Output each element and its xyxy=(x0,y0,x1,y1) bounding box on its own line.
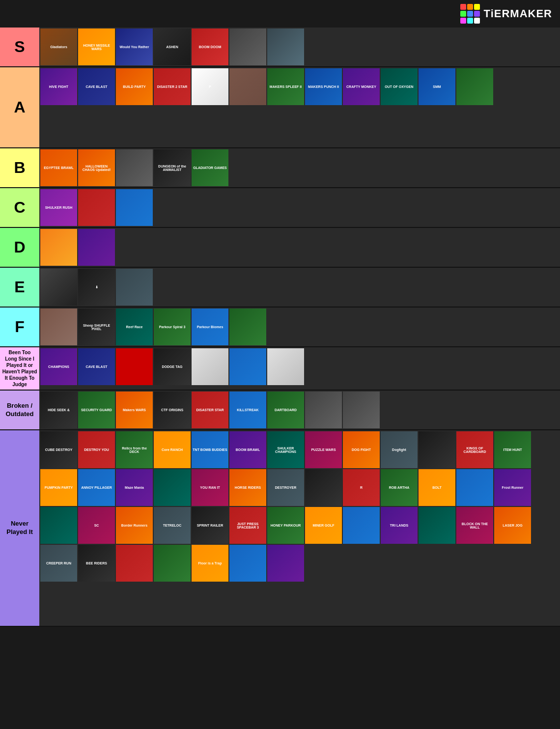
game-tile-np-destroyer[interactable]: DESTROYER xyxy=(267,469,304,506)
game-tile-gladiators[interactable]: Gladiators xyxy=(40,28,77,65)
game-tile-np-cube-destroy[interactable]: CUBE DESTROY xyxy=(40,431,77,468)
game-tile-np-robot[interactable] xyxy=(267,545,304,582)
game-tile-np-rob-artha[interactable]: ROB ARTHA xyxy=(381,469,418,506)
game-tile-p-game[interactable]: P xyxy=(192,68,228,105)
game-tile-np-tnt-bomb-buddies[interactable]: TNT BOMB BUDDIES xyxy=(192,431,228,468)
game-tile-pixel-game-1[interactable] xyxy=(229,28,266,65)
game-tile-small-game-1[interactable] xyxy=(305,392,342,428)
game-tile-shulker-rush[interactable]: SHULKER RUSH xyxy=(40,189,77,226)
game-tile-np-just-press-spacebar[interactable]: JUST PRESS SPACEBAR 3 xyxy=(229,507,266,544)
game-tile-yellow-game-d[interactable] xyxy=(40,229,77,266)
game-tile-np-sc-game[interactable]: SC xyxy=(78,507,115,544)
game-tile-np-annoy-pillager[interactable]: ANNOY PILLAGER xyxy=(78,469,115,506)
game-tile-np-hunter-game[interactable] xyxy=(419,507,455,544)
game-tile-np-kings-of-cardboard[interactable]: KINGS OF CARDBOARD xyxy=(456,431,493,468)
game-tile-dartboard[interactable]: DARTBOARD xyxy=(267,392,304,428)
game-tile-np-dark[interactable] xyxy=(419,431,455,468)
game-tile-np-boom-brawl[interactable]: BOOM BRAWL xyxy=(229,431,266,468)
game-tile-np-destroy-you[interactable]: DESTROY YOU xyxy=(78,431,115,468)
game-tile-np-sprint-railer[interactable]: SPRINT RAILER xyxy=(192,507,228,544)
game-tile-np-shulker-champions[interactable]: SHULKER CHAMPIONS xyxy=(267,431,304,468)
game-tile-np-frost-runner[interactable]: Frost Runner xyxy=(494,469,531,506)
game-tile-np-dark-game[interactable] xyxy=(116,545,153,582)
game-tile-building-game-e[interactable] xyxy=(116,269,153,306)
game-tile-np-laser-jog[interactable]: LASER JOG xyxy=(494,507,531,544)
game-tile-gladiator-games[interactable]: GLADIATOR GAMES xyxy=(192,149,228,186)
game-tile-np-color-block[interactable] xyxy=(456,469,493,506)
game-tile-makers-wars[interactable]: Makers WARS xyxy=(116,392,153,428)
game-tile-green-game[interactable] xyxy=(456,68,493,105)
game-tile-np-border-runners[interactable]: Border Runners xyxy=(116,507,153,544)
game-tile-np-heart[interactable] xyxy=(305,469,342,506)
game-tile-reef-race[interactable]: Reef Race xyxy=(116,308,153,345)
game-tile-halloween-chaos[interactable]: HALLOWEEN CHAOS Updated! xyxy=(78,149,115,186)
game-tile-np-dogfight[interactable]: Dogfight xyxy=(381,431,418,468)
game-tile-egg-game-f[interactable] xyxy=(40,308,77,345)
game-tile-np-galaxy[interactable] xyxy=(40,507,77,544)
game-tile-disaster-star[interactable]: DISASTER STAR xyxy=(192,392,228,428)
game-tile-small-game-2[interactable] xyxy=(343,392,380,428)
game-tile-cube-game[interactable] xyxy=(229,68,266,105)
game-tile-download-game[interactable]: ⬇ xyxy=(78,269,115,306)
game-tile-tornado-game[interactable] xyxy=(78,229,115,266)
game-tile-dice-game-btl[interactable] xyxy=(267,348,304,385)
game-tile-crafty-monkey[interactable]: CRAFTY MONKEY xyxy=(343,68,380,105)
game-tile-np-honey-parkour[interactable]: HONEY PARKOUR xyxy=(267,507,304,544)
game-tile-np-dog-fight[interactable]: DOG FIGHT xyxy=(343,431,380,468)
game-tile-np-tetreloc[interactable]: TETRELOC xyxy=(154,507,191,544)
game-tile-hide-seek[interactable]: HIDE SEEK & xyxy=(40,392,77,428)
game-tile-disaster-2-star[interactable]: DISASTER 2 STAR xyxy=(154,68,191,105)
game-tile-ctf-origins[interactable]: CTF ORIGINS xyxy=(154,392,191,428)
game-tile-np-laser-game[interactable] xyxy=(343,507,380,544)
game-tile-sheep-shuffle[interactable]: Sheep SHUFFLE PIXEL xyxy=(78,308,115,345)
game-tile-chess-game-e[interactable] xyxy=(40,269,77,306)
game-tile-np-pumpkin-party[interactable]: PUMPKIN PARTY xyxy=(40,469,77,506)
game-tile-np-chess-2[interactable] xyxy=(154,545,191,582)
game-tile-np-color-game[interactable] xyxy=(154,469,191,506)
game-tile-np-bolt[interactable]: BOLT xyxy=(419,469,455,506)
game-tile-dungeon-animalist[interactable]: DUNGEON of the ANIMALIST xyxy=(154,149,191,186)
game-tile-ashen[interactable]: ASHEN xyxy=(154,28,191,65)
game-tile-red-game-c[interactable] xyxy=(78,189,115,226)
game-tile-would-you-rather[interactable]: Would You Rather xyxy=(116,28,153,65)
game-tile-build-party[interactable]: BUILD PARTY xyxy=(116,68,153,105)
game-tile-boom-doom[interactable]: BOOM DOOM xyxy=(192,28,228,65)
game-tile-np-maze-mania[interactable]: Maze Mania xyxy=(116,469,153,506)
game-tile-parkour-biomes[interactable]: Parkour Biomes xyxy=(192,308,228,345)
game-tile-makers-spleef-ii[interactable]: MAKERS SPLEEF II xyxy=(267,68,304,105)
game-tile-out-of-oxygen[interactable]: OUT OF OXYGEN xyxy=(381,68,418,105)
game-tile-cave-blast-purple[interactable]: CAVE BLAST xyxy=(78,68,115,105)
game-tile-makers-punch-ii[interactable]: MAKERS PUNCH II xyxy=(305,68,342,105)
game-tile-pixel-game-2[interactable] xyxy=(267,28,304,65)
game-tile-np-block-on-wall[interactable]: BLOCK ON THE WALL xyxy=(456,507,493,544)
game-tile-honey-missile-wars[interactable]: HONEY MISSILE WARS xyxy=(78,28,115,65)
game-tile-cave-blast-btl[interactable]: CAVE BLAST xyxy=(78,348,115,385)
game-tile-island-game-f[interactable] xyxy=(229,308,266,345)
game-tile-red-square-btl[interactable] xyxy=(116,348,153,385)
game-tile-np-horse-riders[interactable]: HORSE RIDERS xyxy=(229,469,266,506)
game-tile-flag-game-btl[interactable] xyxy=(229,348,266,385)
game-tile-smm[interactable]: SMM xyxy=(419,68,455,105)
game-tile-killstreak[interactable]: KILLSTREAK xyxy=(229,392,266,428)
game-tile-np-you-ran-it[interactable]: YOU RAN IT xyxy=(192,469,228,506)
game-tile-np-bee-riders[interactable]: BEE RIDERS xyxy=(78,545,115,582)
game-tile-egyptee-brawl[interactable]: EGYPTEE BRAWL xyxy=(40,149,77,186)
game-tile-np-tri-lands[interactable]: TRI LANDS xyxy=(381,507,418,544)
game-tile-np-floor-trap[interactable]: Floor is a Trap xyxy=(192,545,228,582)
game-tile-white-block-btl[interactable] xyxy=(192,348,228,385)
game-tile-np-miner-golf[interactable]: MINER GOLF xyxy=(305,507,342,544)
game-tile-np-puzzle-wars[interactable]: PUZZLE WARS xyxy=(305,431,342,468)
game-tile-np-red-guy[interactable] xyxy=(229,545,266,582)
game-tile-np-r-game[interactable]: R xyxy=(343,469,380,506)
game-tile-security-guard[interactable]: SECURITY GUARD xyxy=(78,392,115,428)
game-tile-np-item-hunt[interactable]: ITEM HUNT xyxy=(494,431,531,468)
game-tile-champions[interactable]: CHAMPIONS xyxy=(40,348,77,385)
game-tile-np-relics-deck[interactable]: Relics from the DECK xyxy=(116,431,153,468)
game-tile-np-creeper-run[interactable]: CREEPER RUN xyxy=(40,545,77,582)
game-tile-dodge-tag[interactable]: DODGE TAG xyxy=(154,348,191,385)
game-tile-hive-fight[interactable]: HIVE FIGHT xyxy=(40,68,77,105)
game-tile-cave-thing[interactable] xyxy=(116,149,153,186)
game-tile-chicken-game[interactable] xyxy=(116,189,153,226)
game-tile-np-core-ranch[interactable]: Core RANCH xyxy=(154,431,191,468)
game-tile-parkour-spiral-3[interactable]: Parkour Spiral 3 xyxy=(154,308,191,345)
